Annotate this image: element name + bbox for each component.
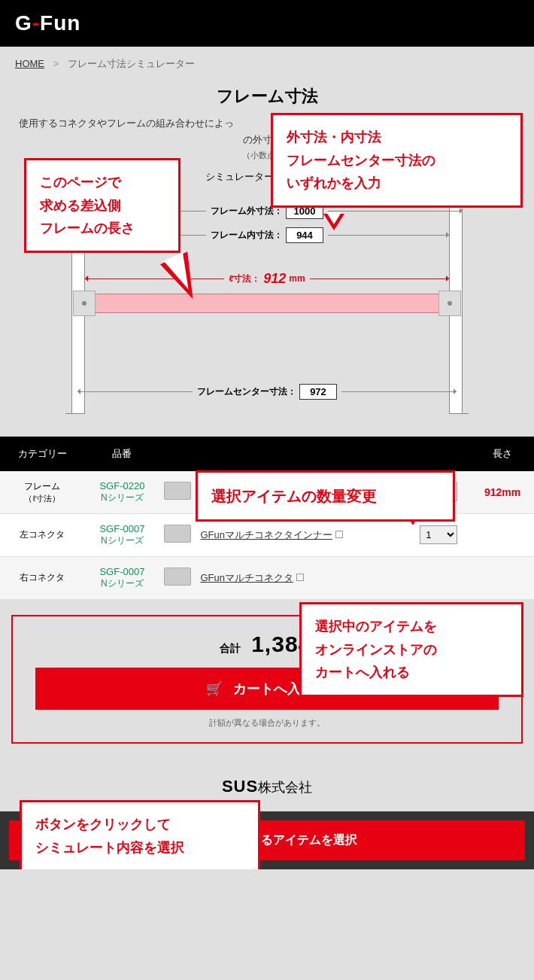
cell-length: [471, 556, 534, 599]
cart-icon: 🛒: [206, 680, 223, 697]
th-part: 品番: [84, 437, 159, 471]
logo-dash: -: [32, 11, 40, 35]
th-qty: [406, 437, 471, 471]
cell-part: SGF-0007Nシリーズ: [84, 556, 159, 599]
page-title: フレーム寸法: [217, 87, 318, 105]
logo-prefix: G: [15, 11, 32, 35]
th-img: [159, 437, 196, 471]
dim-l-value: 912: [263, 271, 286, 287]
callout-frame-length: このページで求める差込側フレームの長さ: [24, 158, 181, 253]
dim-inner-input[interactable]: [286, 227, 323, 243]
breadcrumb: HOME > フレーム寸法シミュレーター: [0, 47, 534, 81]
product-link[interactable]: GFunマルチコネクタインナー: [200, 529, 332, 540]
cell-category: フレーム（ℓ寸法）: [0, 471, 84, 514]
th-name: [196, 437, 406, 471]
total-note: 計額が異なる場合があります。: [35, 717, 499, 729]
dim-l-unit: mm: [289, 273, 305, 284]
callout-cart: 選択中のアイテムをオンラインストアのカートへ入れる: [299, 602, 523, 697]
product-thumb: [164, 525, 191, 543]
logo-suffix: Fun: [40, 11, 80, 35]
breadcrumb-current: フレーム寸法シミュレーター: [68, 58, 195, 69]
external-link-icon: [296, 574, 304, 581]
cell-part: SGF-0007Nシリーズ: [84, 513, 159, 556]
external-link-icon: [335, 531, 343, 538]
dim-center-label: フレームセンター寸法：: [197, 385, 296, 398]
callout-sim-button: ボタンをクリックしてシミュレート内容を選択: [20, 800, 260, 869]
breadcrumb-sep: >: [53, 58, 59, 69]
cell-thumb: [159, 556, 196, 599]
diagram-frame-bar: [73, 294, 461, 313]
cell-qty: [406, 556, 471, 599]
cell-part: SGF-0220Nシリーズ: [84, 471, 159, 514]
callout-qty-change: 選択アイテムの数量変更: [196, 470, 455, 522]
callout-input-dims: 外寸法・内寸法フレームセンター寸法のいずれかを入力: [271, 113, 523, 208]
callout-pointer: [323, 214, 344, 241]
diagram-connector-right: [438, 291, 461, 316]
cell-thumb: [159, 471, 196, 514]
logo[interactable]: G-Fun: [15, 11, 80, 35]
cell-length: 912mm: [471, 471, 534, 514]
th-length: 長さ: [471, 437, 534, 471]
cell-category: 左コネクタ: [0, 513, 84, 556]
cell-length: [471, 513, 534, 556]
dim-inner-label: フレーム内寸法：: [211, 229, 283, 242]
breadcrumb-home[interactable]: HOME: [15, 58, 44, 69]
diagram-connector-left: [73, 291, 96, 316]
dim-center-input[interactable]: [299, 384, 337, 400]
qty-select[interactable]: 1: [420, 525, 457, 544]
company-sus: SUS: [222, 777, 258, 796]
product-thumb: [164, 568, 191, 586]
dim-l-label: ℓ寸法：: [229, 272, 260, 285]
dim-l: ℓ寸法： 912 mm: [85, 271, 449, 287]
cell-name: GFunマルチコネクタ: [196, 556, 406, 599]
product-link[interactable]: GFunマルチコネクタ: [200, 572, 293, 583]
th-category: カテゴリー: [0, 437, 84, 471]
dim-center: フレームセンター寸法：: [77, 384, 457, 400]
header: G-Fun: [0, 0, 534, 47]
page-title-row: フレーム寸法: [0, 85, 534, 108]
company-suffix: 株式会社: [258, 780, 312, 795]
cell-category: 右コネクタ: [0, 556, 84, 599]
total-label: 合計: [220, 642, 241, 654]
product-thumb: [164, 482, 191, 500]
table-row: 右コネクタSGF-0007NシリーズGFunマルチコネクタ: [0, 556, 534, 599]
cell-thumb: [159, 513, 196, 556]
